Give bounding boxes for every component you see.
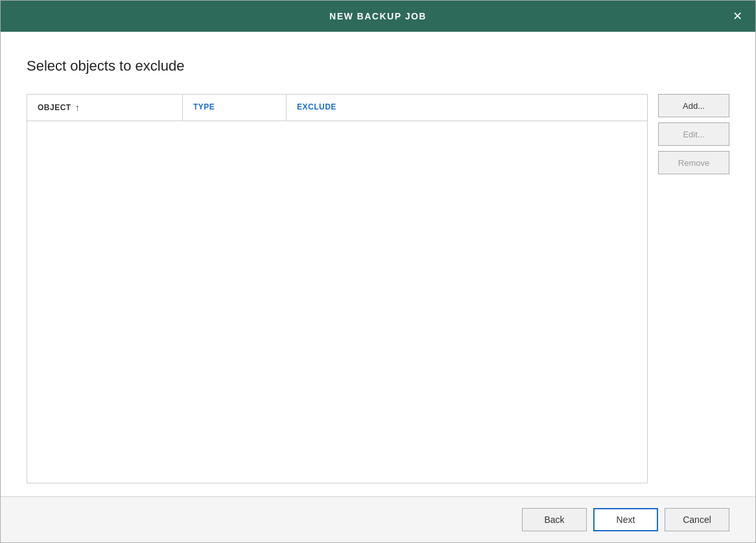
column-type-label: TYPE <box>193 102 215 111</box>
page-title: Select objects to exclude <box>27 58 729 75</box>
remove-button[interactable]: Remove <box>658 151 729 174</box>
content-area: Select objects to exclude OBJECT ↑ TYPE … <box>1 32 755 496</box>
column-exclude[interactable]: EXCLUDE <box>287 95 647 121</box>
column-object[interactable]: OBJECT ↑ <box>27 95 183 121</box>
column-object-label: OBJECT <box>38 103 71 112</box>
column-exclude-label: EXCLUDE <box>297 102 337 111</box>
back-button[interactable]: Back <box>522 508 587 531</box>
add-button[interactable]: Add... <box>658 94 729 117</box>
dialog-title: NEW BACKUP JOB <box>329 11 427 21</box>
table-header: OBJECT ↑ TYPE EXCLUDE <box>27 95 647 121</box>
table-body <box>27 121 647 483</box>
main-section: OBJECT ↑ TYPE EXCLUDE Add... Edit <box>27 94 729 483</box>
side-buttons: Add... Edit... Remove <box>658 94 729 483</box>
next-button[interactable]: Next <box>593 508 658 531</box>
cancel-button[interactable]: Cancel <box>665 508 729 531</box>
column-type[interactable]: TYPE <box>183 95 287 121</box>
objects-table: OBJECT ↑ TYPE EXCLUDE <box>27 94 648 483</box>
title-bar: NEW BACKUP JOB ✕ <box>1 1 755 32</box>
sort-arrow-icon: ↑ <box>75 102 80 113</box>
footer: Back Next Cancel <box>1 497 755 542</box>
edit-button[interactable]: Edit... <box>658 122 729 146</box>
new-backup-job-dialog: NEW BACKUP JOB ✕ Select objects to exclu… <box>0 0 756 543</box>
close-button[interactable]: ✕ <box>728 7 746 25</box>
